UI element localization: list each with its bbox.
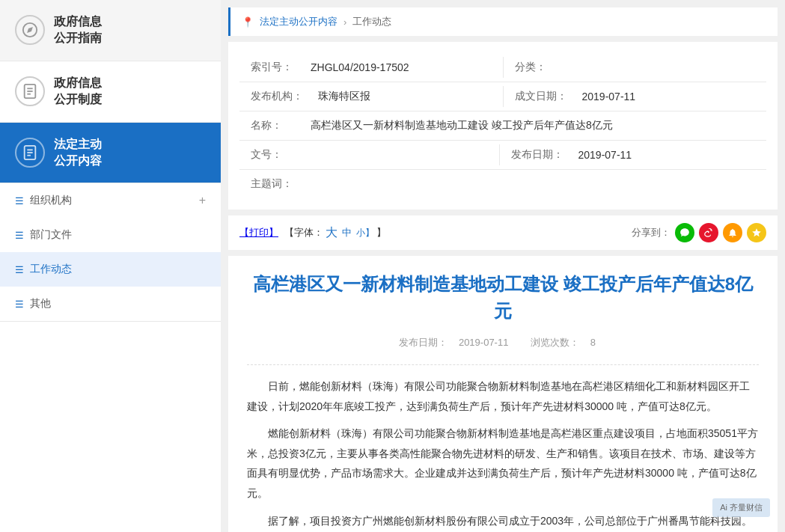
sidebar-item-other[interactable]: ☰ 其他 [0, 287, 221, 321]
meta-date: 2019-07-11 [459, 337, 509, 348]
active-document-icon [15, 138, 45, 168]
publish-date-label: 发布日期： [500, 141, 567, 169]
info-row-2: 发布机构： 珠海特区报 成文日期： 2019-07-11 [239, 82, 766, 111]
watermark: Ai 齐量财信 [712, 498, 770, 517]
share-favorite-button[interactable] [747, 223, 766, 242]
font-small[interactable]: 小】 [356, 227, 374, 239]
org-structure-label: 组织机构 [30, 194, 72, 207]
name-label: 名称： [239, 111, 299, 140]
share-weibo-button[interactable] [699, 223, 718, 242]
share-section: 分享到： [632, 223, 766, 242]
keywords-value [299, 170, 766, 198]
meta-views: 8 [590, 337, 596, 348]
meta-date-label: 发布日期： [399, 337, 448, 348]
info-row-3: 名称： 高栏港区又一新材料制造基地动工建设 竣工投产后年产值达8亿元 [239, 111, 766, 141]
article-title: 高栏港区又一新材料制造基地动工建设 竣工投产后年产值达8亿元 [247, 271, 759, 325]
dept-files-label: 部门文件 [30, 228, 72, 242]
article-paragraph-1: 日前，燃能创新材料（珠海）有限公司功能聚合物新材料制造基地在高栏港区精细化工和新… [247, 376, 759, 416]
info-row-4: 文号： 发布日期： 2019-07-11 [239, 141, 766, 170]
breadcrumb: 📍 法定主动公开内容 › 工作动态 [228, 7, 778, 36]
controls-left: 【打印】 【字体： 大 中 小】 】 [239, 225, 386, 241]
info-table: 索引号： ZHGL04/2019-17502 分类： 发布机构： 珠海特区报 成… [228, 42, 778, 210]
sidebar-item-active-disclosure[interactable]: 法定主动 公开内容 [0, 123, 221, 184]
font-label: 【字体： [284, 226, 323, 239]
font-bracket: 】 [376, 226, 386, 239]
sidebar-item-work-dynamics[interactable]: ☰ 工作动态 [0, 252, 221, 287]
written-date-value: 2019-07-11 [571, 82, 767, 111]
font-large[interactable]: 大 [326, 225, 337, 241]
sidebar-item-gov-info-guide[interactable]: 政府信息 公开指南 [0, 0, 221, 61]
svg-marker-1 [27, 28, 33, 34]
compass-icon [15, 15, 45, 45]
watermark-text: Ai 齐量财信 [720, 503, 763, 512]
breadcrumb-icon: 📍 [242, 16, 254, 28]
info-row-5: 主题词： [239, 170, 766, 198]
article-controls: 【打印】 【字体： 大 中 小】 】 分享到： [228, 215, 778, 250]
breadcrumb-separator: › [343, 16, 346, 28]
breadcrumb-current: 工作动态 [352, 15, 391, 28]
share-notification-button[interactable] [723, 223, 742, 242]
sidebar-item-gov-info-guide-label: 政府信息 公开指南 [54, 13, 102, 47]
sidebar: 政府信息 公开指南 政府信息 公开制度 [0, 0, 221, 532]
doc-number-label: 文号： [239, 141, 299, 169]
print-link[interactable]: 【打印】 [239, 226, 278, 239]
written-date-label: 成文日期： [504, 82, 571, 111]
sidebar-sub-menu: ☰ 组织机构 + ☰ 部门文件 ☰ 工作动态 ☰ 其他 [0, 183, 221, 322]
sidebar-item-gov-info-system[interactable]: 政府信息 公开制度 [0, 61, 221, 123]
sidebar-item-gov-info-system-label: 政府信息 公开制度 [54, 75, 102, 108]
main-content: 📍 法定主动公开内容 › 工作动态 索引号： ZHGL04/2019-17502… [221, 0, 785, 532]
article-divider [247, 364, 759, 365]
article-body: 高栏港区又一新材料制造基地动工建设 竣工投产后年产值达8亿元 发布日期：2019… [228, 256, 778, 532]
index-value: ZHGL04/2019-17502 [299, 53, 503, 82]
publisher-value: 珠海特区报 [307, 82, 503, 111]
index-label: 索引号： [239, 53, 299, 82]
article-paragraph-3: 据了解，项目投资方广州燃能创新材料股份有限公司成立于2003年，公司总部位于广州… [247, 511, 759, 532]
plus-icon[interactable]: + [199, 194, 206, 207]
article-meta: 发布日期：2019-07-11 浏览次数：8 [247, 336, 759, 349]
info-row-1: 索引号： ZHGL04/2019-17502 分类： [239, 53, 766, 82]
font-medium[interactable]: 中 [342, 226, 352, 239]
sidebar-item-org-structure[interactable]: ☰ 组织机构 + [0, 183, 221, 218]
sidebar-item-active-disclosure-label: 法定主动 公开内容 [54, 136, 102, 170]
category-value [563, 53, 767, 82]
other-label: 其他 [30, 297, 51, 311]
article-paragraph-2: 燃能创新材料（珠海）有限公司功能聚合物新材料制造基地是高栏港区重点建设项目，占地… [247, 424, 759, 503]
org-icon: ☰ [15, 195, 24, 207]
category-label: 分类： [504, 53, 563, 82]
publisher-label: 发布机构： [239, 82, 307, 111]
meta-views-label: 浏览次数： [531, 337, 579, 348]
share-label: 分享到： [632, 226, 671, 239]
document-icon [15, 76, 45, 106]
publish-date-value: 2019-07-11 [567, 141, 767, 169]
keywords-label: 主题词： [239, 170, 299, 198]
share-wechat-button[interactable] [675, 223, 694, 242]
dept-icon: ☰ [15, 230, 24, 241]
other-icon: ☰ [15, 299, 24, 310]
work-dynamics-label: 工作动态 [30, 263, 72, 276]
name-value: 高栏港区又一新材料制造基地动工建设 竣工投产后年产值达8亿元 [299, 111, 766, 140]
sidebar-item-dept-files[interactable]: ☰ 部门文件 [0, 218, 221, 252]
work-icon: ☰ [15, 264, 24, 275]
doc-number-value [299, 141, 499, 169]
breadcrumb-link-1[interactable]: 法定主动公开内容 [260, 15, 337, 28]
